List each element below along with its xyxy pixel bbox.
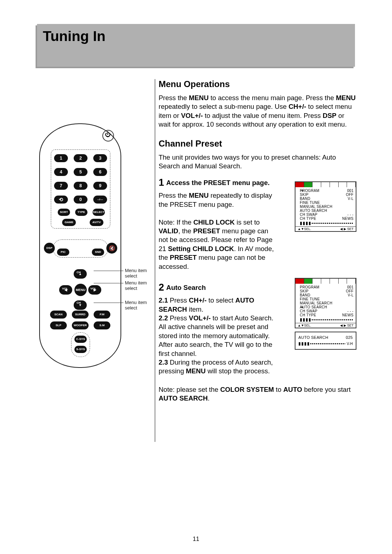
osd-auto-search: AUTO SEARCH025 ▮▮▮▮▪▪▪▪▪▪▪▪▪▪▪▪▪▪▪▪▪▪▪▪▪… — [295, 332, 356, 350]
callout-2: Menu item select — [125, 280, 153, 291]
ch-dn-label: CH — [77, 301, 81, 304]
osd-preset-1: ➔ PROGRAM001 SKIPOFF BANDV-L FINE TUNE M… — [295, 181, 356, 232]
osd-preset-2: PROGRAM001 SKIPOFF BANDV-L FINE TUNE MAN… — [295, 278, 356, 328]
num-7: 7 — [54, 182, 68, 190]
vol-l-label: VOL — [62, 287, 68, 290]
callout-1: Menu item select — [125, 268, 153, 279]
callout-line — [94, 283, 123, 283]
recall-btn: ⟲ — [54, 196, 68, 204]
pic-btn: PIC — [57, 249, 69, 256]
remote-outline: 1 2 3 4 5 6 7 8 9 ⟲ 0 --/--- — [39, 123, 121, 368]
num-8: 8 — [74, 182, 87, 190]
sm-btn: S.M — [94, 321, 110, 329]
callout-3: Menu item select — [125, 300, 153, 311]
select-btn: SELECT — [93, 209, 105, 216]
channel-preset-intro: The unit provides two ways for you to pr… — [159, 153, 356, 171]
osd-tabs — [295, 182, 356, 187]
snd-btn: SND — [92, 249, 104, 256]
sys-group: C-SYS S-SYS — [71, 332, 90, 357]
sort-btn: SORT — [58, 209, 70, 216]
remote-diagram: 1 2 3 4 5 6 7 8 9 ⟲ 0 --/--- — [32, 79, 153, 446]
callout-line — [94, 271, 123, 271]
num-3: 3 — [93, 154, 107, 162]
digit-btn: --/--- — [93, 196, 107, 204]
ssys-btn: S-SYS — [74, 346, 87, 353]
arrow-icon: ➔ — [301, 305, 303, 309]
lower-buttons: SCAN SURRD P.M SLP WOOFER S.M C-SYS S-SY… — [50, 311, 110, 358]
mute-icon: 🔇 — [106, 243, 117, 254]
menu-ops-text: Press the MENU to access the menu main p… — [159, 94, 356, 129]
step2-body: 2.1 Press CH+/- to select AUTO SEARCH it… — [159, 296, 278, 376]
page-title: Tuning In — [43, 28, 106, 44]
callout-line — [94, 303, 123, 303]
scan-btn: SCAN — [50, 311, 67, 319]
column-divider — [155, 79, 155, 442]
num-9: 9 — [93, 182, 107, 190]
game-btn: GAME — [62, 219, 76, 226]
channel-preset-heading: Channel Preset — [159, 139, 356, 149]
side-group: DSP 🔇 PIC SND — [53, 239, 108, 258]
num-1: 1 — [54, 154, 68, 162]
content-column: Menu Operations Press the MENU to access… — [159, 79, 356, 403]
dsp-btn: DSP — [44, 243, 55, 254]
numpad-group: 1 2 3 4 5 6 7 8 9 ⟲ 0 --/--- — [51, 149, 110, 229]
num-6: 6 — [93, 168, 107, 176]
arrow-icon: ➔ — [301, 189, 303, 193]
menu-ops-heading: Menu Operations — [159, 79, 356, 89]
ch-up-label: CH — [77, 271, 81, 274]
power-icon — [102, 130, 114, 141]
surrd-btn: SURRD — [72, 311, 89, 319]
num-0: 0 — [74, 196, 87, 204]
step1-body: Press the MENU repeatedly to display the… — [159, 191, 278, 271]
osd-bar: ▮▮▮▮▪▪▪▪▪▪▪▪▪▪▪▪▪▪▪▪▪▪▪▪▪▪▪▪▪▪▪▪ — [300, 221, 354, 226]
type-btn: TYPE — [75, 209, 87, 216]
osd-body: ➔ PROGRAM001 SKIPOFF BANDV-L FINE TUNE M… — [295, 187, 356, 226]
vol-r-label: VOL — [90, 287, 96, 290]
slp-btn: SLP — [50, 321, 67, 329]
pm-btn: P.M — [94, 311, 110, 319]
nav-cluster: ▲ CH ◀ VOL MENU ▶ VOL ▼ CH — [62, 271, 98, 308]
step2-note: Note: please set the COLOR SYSTEM to AUT… — [159, 385, 356, 403]
num-4: 4 — [54, 168, 68, 176]
csys-btn: C-SYS — [74, 336, 87, 343]
avtv-btn: AV/TV — [90, 219, 103, 226]
page-number: 11 — [0, 536, 392, 542]
num-2: 2 — [74, 154, 87, 162]
woofer-btn: WOOFER — [72, 321, 89, 329]
menu-btn: MENU — [74, 284, 87, 296]
num-5: 5 — [74, 168, 87, 176]
